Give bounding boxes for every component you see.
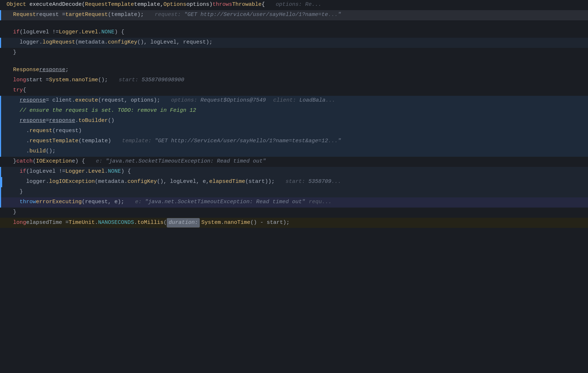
line-close-if1: } <box>0 48 588 58</box>
line-throw: throw errorExecuting (request, e); e: "j… <box>0 197 588 208</box>
line-blank-1 <box>0 20 588 28</box>
token-object: Object <box>7 0 26 9</box>
line-response-decl: Response response ; <box>0 65 588 75</box>
line-close-catch: } <box>0 208 588 218</box>
code-editor: Object executeAndDecode(RequestTemplate … <box>0 0 588 373</box>
line-request-chain: . request (request) <box>0 126 588 136</box>
line-response-builder: response = response . toBuilder () <box>0 116 588 126</box>
line-reqtemplate-chain: . requestTemplate (template) template: "… <box>0 136 588 147</box>
line-logrequest: logger. logRequest (metadata. configKey … <box>0 38 588 48</box>
line-comment: // ensure the request is set. TODO: remo… <box>0 106 588 116</box>
line-blank-2 <box>0 58 588 65</box>
line-logio: logger. logIOException (metadata. config… <box>0 177 588 187</box>
line-build: . build (); <box>0 147 588 157</box>
line-1: Object executeAndDecode(RequestTemplate … <box>0 0 588 10</box>
token-method-name: executeAndDecode( <box>29 0 85 9</box>
line-2: Request request = targetRequest (templat… <box>0 10 588 20</box>
line-execute: response = client. execute (request, opt… <box>0 96 588 106</box>
line-if2: if (logLevel != Logger . Level . NONE ) … <box>0 167 588 177</box>
line-close-if2: } <box>0 187 588 197</box>
line-catch: } catch ( IOException e) { e: "java.net.… <box>0 157 588 167</box>
line-elapsed: long elapsedTime = TimeUnit . NANOSECOND… <box>0 218 588 228</box>
line-if1: if (logLevel != Logger . Level . NONE ) … <box>0 28 588 38</box>
line-long-start: long start = System . nanoTime (); start… <box>0 75 588 86</box>
line-try: try { <box>0 86 588 96</box>
